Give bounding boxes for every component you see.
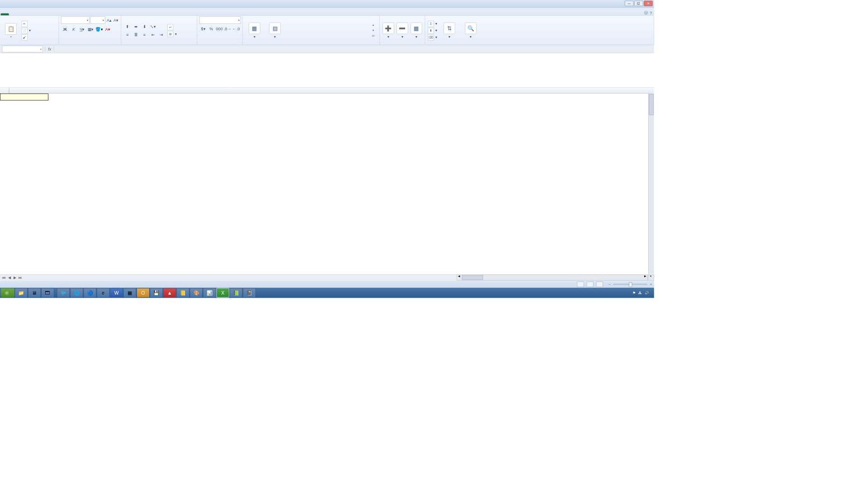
spreadsheet-grid[interactable] [0,88,654,274]
zoom-slider[interactable] [613,284,647,285]
taskbar-ie-icon[interactable]: e [97,288,110,297]
taskbar-app-icon[interactable]: 🗔 [41,288,54,297]
view-layout-icon[interactable] [587,282,594,287]
tray-icon[interactable]: ⚑ [632,291,636,295]
italic-button[interactable]: К [70,25,78,33]
help-icon[interactable]: ? [650,11,652,15]
comma-icon[interactable]: 000 [215,25,223,33]
view-pagebreak-icon[interactable] [596,282,603,287]
formula-bar-expanded [0,53,654,88]
ribbon: 📋▾ ✂ 📄▾ 🖌 A▴ A▾ Ж К Ч▾ ▦▾ 🪣▾ A▾ ⬆⬌⬇ ⤡▾ ≡… [0,16,654,46]
percent-icon[interactable]: % [208,25,215,33]
taskbar-explorer-icon[interactable]: 📁 [14,288,28,297]
sheet-nav-next-icon[interactable]: ▶ [12,276,18,279]
orientation-icon[interactable]: ⤡▾ [149,22,157,30]
taskbar-app-icon[interactable]: 📊 [203,288,216,297]
clear-button[interactable]: ⌫▾ [427,34,438,41]
border-button[interactable]: ▦▾ [86,25,94,33]
format-painter-button[interactable]: 🖌 [21,34,32,41]
indent-inc-icon[interactable]: ⇥ [157,30,165,38]
copy-button[interactable]: 📄▾ [21,27,32,34]
minimize-button[interactable]: — [625,1,634,6]
increase-font-icon[interactable]: A▴ [106,16,112,24]
taskbar-excel-icon[interactable]: X [216,288,229,297]
find-select-button[interactable]: 🔍▾ [461,22,481,39]
align-bottom-icon[interactable]: ⬇ [140,22,148,30]
ribbon-tabs: ⓥ ? [0,8,654,15]
format-as-table-button[interactable]: ▤▾ [265,22,285,39]
taskbar-chrome-icon[interactable]: 🌐 [70,288,83,297]
taskbar-app-icon[interactable]: 🐦 [57,288,70,297]
tray-volume-icon[interactable]: 🔊 [645,291,649,295]
styles-more-icon[interactable]: ⊟ [369,33,377,38]
tray-network-icon[interactable]: 🖧 [638,291,642,295]
align-left-icon[interactable]: ≡ [123,30,132,38]
inc-decimal-icon[interactable]: .0→ [223,25,231,33]
taskbar-app-icon[interactable]: 📗 [230,288,243,297]
taskbar-paint-icon[interactable]: 🎨 [190,288,203,297]
styles-up-icon[interactable]: ▴ [369,22,377,28]
sheet-nav-first-icon[interactable]: ⏮ [1,276,7,279]
taskbar-app-icon[interactable]: 📒 [176,288,189,297]
fx-icon[interactable]: fx [45,47,54,52]
minimize-ribbon-icon[interactable]: ⓥ [644,10,648,15]
wrap-text-button[interactable]: ↵ [166,23,177,30]
align-center-icon[interactable]: ≣ [132,30,140,38]
font-size-select[interactable] [90,16,105,24]
conditional-format-button[interactable]: ▦▾ [245,22,264,39]
tab-file[interactable] [1,13,9,15]
decrease-font-icon[interactable]: A▾ [113,16,119,24]
styles-down-icon[interactable]: ▾ [369,28,377,33]
indent-dec-icon[interactable]: ⇤ [149,30,157,38]
select-all-corner[interactable] [0,88,9,94]
currency-icon[interactable]: $▾ [199,25,207,33]
paste-button[interactable]: 📋▾ [2,22,20,38]
restore-button[interactable]: ◱ [634,1,643,6]
align-top-icon[interactable]: ⬆ [123,22,132,30]
sheet-nav-last-icon[interactable]: ⏭ [18,276,23,279]
bold-button[interactable]: Ж [61,25,69,33]
fill-button[interactable]: ⬇▾ [427,27,438,34]
sheet-nav-prev-icon[interactable]: ◀ [7,276,12,279]
vertical-scrollbar[interactable] [648,93,654,274]
taskbar-app-icon[interactable]: 💾 [150,288,163,297]
number-format-select[interactable] [199,16,241,24]
name-box[interactable] [2,46,43,52]
taskbar-outlook-icon[interactable]: O [137,288,150,297]
zoom-in-icon[interactable]: + [650,282,652,286]
insert-cells-button[interactable]: ➕▾ [382,22,395,39]
windows-taskbar: 📁 🖥 🗔 🐦 🌐 🔵 e W ▦ O 💾 ▲ 📒 🎨 📊 X 📗 📓 ⚑ 🖧 … [0,288,654,298]
cut-button[interactable]: ✂ [21,20,32,27]
taskbar-app-icon[interactable]: ▦ [123,288,137,297]
horizontal-scrollbar[interactable]: ◀ ▶ [457,274,648,281]
sort-filter-button[interactable]: ⇅▾ [439,22,459,39]
taskbar-app-icon[interactable]: 📓 [243,288,256,297]
delete-cells-button[interactable]: ➖▾ [396,22,409,39]
taskbar-app-icon[interactable]: 🖥 [28,288,41,297]
title-bar: — ◱ ✕ [0,0,654,8]
align-middle-icon[interactable]: ⬌ [132,22,140,30]
start-button[interactable] [1,288,14,297]
view-normal-icon[interactable] [577,282,584,287]
font-name-select[interactable] [61,16,90,24]
close-button[interactable]: ✕ [644,1,653,6]
merge-center-button[interactable]: ⊞▾ [166,30,177,37]
font-color-button[interactable]: A▾ [104,25,112,33]
status-bar: − + [0,281,654,288]
taskbar-app-icon[interactable]: 🔵 [84,288,97,297]
taskbar-pdf-icon[interactable]: ▲ [163,288,176,297]
format-cells-button[interactable]: ▦▾ [410,22,423,39]
fill-color-button[interactable]: 🪣▾ [95,25,103,33]
underline-button[interactable]: Ч▾ [78,25,86,33]
sheet-tab-bar: ⏮◀▶⏭ ◀ ▶ ▾ [0,274,654,281]
cell-comment [0,94,48,100]
zoom-out-icon[interactable]: − [609,282,610,286]
dec-decimal-icon[interactable]: ←.0 [232,25,240,33]
taskbar-word-icon[interactable]: W [110,288,123,297]
align-right-icon[interactable]: ≡ [140,30,148,38]
formula-bar: fx [0,45,654,53]
autosum-button[interactable]: Σ▾ [427,20,438,27]
